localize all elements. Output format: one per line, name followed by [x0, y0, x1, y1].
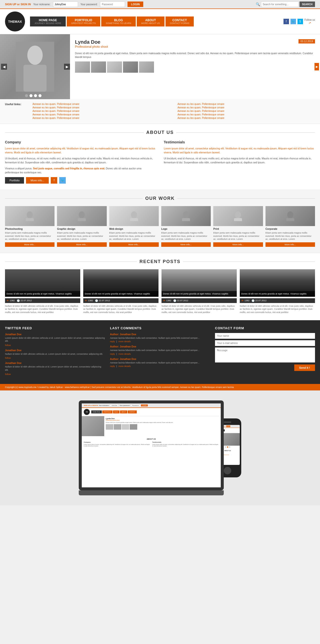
testimonials-text: Ut tincidunt, erat id rhoncus, mi sit nu… [164, 157, 315, 164]
hero-dot-1[interactable] [25, 94, 28, 97]
hero-next-outer-button[interactable]: ▶ [314, 63, 319, 70]
mini-company-heading: Company [84, 442, 150, 443]
hero-thumb-4[interactable] [123, 62, 138, 73]
facebook-icon[interactable]: f [283, 19, 289, 24]
post-views-3: 👁 1382 [241, 299, 249, 302]
hero-dot-4[interactable] [39, 94, 42, 97]
twitter-follow-1[interactable]: follow [5, 357, 11, 359]
work-web-svg [129, 211, 139, 221]
post-meta-0: 👁 1382 🕐 22.07.2012 [5, 298, 80, 303]
useful-link-1-1[interactable]: Aenean eu leo quam. Pellentesque ornare [33, 103, 170, 106]
about-us-section: ABOUT US Company Lorem ipsum dolor sit a… [0, 124, 320, 190]
useful-link-1-3[interactable]: Aenean eu leo quam. Pellentesque ornare [33, 110, 170, 112]
useful-link-2-3[interactable]: Aenean eu leo quam. Pellentesque ornare [177, 110, 315, 112]
useful-link-2-5[interactable]: Aenean eu leo quam. Pellentesque ornare [177, 117, 315, 120]
svg-point-13 [287, 211, 293, 218]
portfolio-button[interactable]: Portfolio [5, 177, 24, 184]
hero-arrow-right-button[interactable]: ▶ [64, 64, 70, 70]
work-portrait-svg [25, 211, 35, 221]
hero-thumb-2[interactable] [91, 62, 106, 73]
login-button[interactable]: LOGIN [128, 2, 143, 7]
useful-link-2-4[interactable]: Aenean eu leo quam. Pellentesque ornare [177, 113, 315, 116]
mini-thumbs [106, 424, 219, 430]
follow-area: Follow us ↗ [304, 18, 315, 25]
work-btn-4[interactable]: More info... [213, 242, 263, 247]
work-btn-1[interactable]: More info... [57, 242, 107, 247]
hero-thumb-1[interactable] [75, 62, 90, 73]
twitter-follow-2[interactable]: follow [5, 373, 11, 376]
mini-nav-blog: BLOG [113, 410, 120, 414]
hero-thumbnails [75, 62, 315, 73]
phone-home-button[interactable] [224, 467, 231, 474]
nav-item-portfolio[interactable]: PORTFOLIO GREATEST PROJECTS [67, 16, 100, 26]
nav-item-contact[interactable]: CONTACT CONTACT FORMS [165, 16, 194, 26]
twitter-feed-title: TWITTER FEED [5, 326, 105, 330]
work-item-0: Photoshooting Etiam porta sem malesuada … [5, 206, 55, 247]
clock-icon-0: 🕐 [17, 299, 20, 302]
work-btn-3[interactable]: More info... [161, 242, 211, 247]
mini-thumb-1 [106, 424, 113, 430]
work-btn-0[interactable]: More info... [5, 242, 55, 247]
nickname-input[interactable] [53, 2, 78, 7]
eye-icon-2: 👁 [163, 299, 165, 302]
svg-point-9 [183, 211, 189, 218]
comment-more-0[interactable]: more details [119, 340, 131, 343]
hero-dots [25, 94, 42, 97]
useful-link-1-5[interactable]: Aenean eu leo quam. Pellentesque ornare [33, 117, 170, 120]
about-facebook-icon[interactable]: f [51, 177, 57, 184]
useful-link-1-2[interactable]: Aenean eu leo quam. Pellentesque ornare [33, 106, 170, 109]
useful-link-2-1[interactable]: Aenean eu leo quam. Pellentesque ornare [177, 103, 315, 106]
signup-signin-link[interactable]: SIGN UP or SIGN IN [5, 3, 31, 6]
hero-thumb-3[interactable] [107, 62, 122, 73]
useful-link-2-2[interactable]: Aenean eu leo quam. Pellentesque ornare [177, 106, 315, 109]
work-item-1: Graphic design Etiam porta sem malesuada… [57, 206, 107, 247]
send-button[interactable]: Send it ! [294, 364, 315, 371]
about-twitter-icon[interactable]: 🐦 [59, 177, 66, 184]
post-date-1: 🕐 22.07.2012 [95, 299, 110, 302]
work-title-3: Logo [161, 228, 211, 230]
comment-reply-0[interactable]: reply [110, 340, 115, 343]
contact-message-textarea[interactable] [215, 348, 315, 362]
more-info-button[interactable]: More info... [26, 177, 49, 184]
work-btn-2[interactable]: More info... [109, 242, 159, 247]
comment-reply-1[interactable]: reply [110, 353, 115, 355]
comment-more-1[interactable]: more details [119, 353, 131, 355]
contact-name-input[interactable] [215, 333, 315, 339]
search-input[interactable] [261, 2, 298, 7]
mini-hero-img [82, 416, 104, 436]
comment-links-0: reply | more details [110, 340, 210, 343]
comment-reply-2[interactable]: reply [110, 365, 115, 368]
posts-grid: Donec id elit non mi porta gravida at eg… [5, 269, 315, 314]
mini-testimonials-text: Lorem ipsum dolor sit amet, consectetur … [152, 444, 219, 447]
search-button[interactable]: SEARCH [299, 2, 315, 7]
hero-arrow-left-button[interactable]: ◀ [1, 64, 7, 70]
search-icon: 🔍 [256, 2, 260, 6]
post-img-3: Donec id elit non mi porta gravida at eg… [240, 269, 315, 297]
contact-email-input[interactable] [215, 340, 315, 346]
mini-logo: TM [84, 409, 90, 415]
nav-item-blog[interactable]: BLOG SOMETHING TO LEARN [101, 16, 136, 26]
nav-item-about[interactable]: ABOUT MORE ABOUT US [137, 16, 164, 26]
comment-more-2[interactable]: more details [119, 365, 131, 368]
password-input[interactable] [100, 2, 125, 7]
mini-testimonials-col: Testimonials Lorem ipsum dolor sit amet,… [152, 442, 219, 447]
svg-rect-14 [286, 218, 294, 221]
hero-dot-2[interactable] [30, 94, 33, 97]
work-btn-5[interactable]: More info... [265, 242, 315, 247]
about-grid: Company Lorem ipsum dolor sit amet, cons… [5, 140, 315, 184]
nav-item-home[interactable]: HOME PAGE JOURNEY BEGINS HERE [30, 16, 66, 26]
hero-thumb-5[interactable] [139, 62, 154, 73]
hero-dot-3[interactable] [34, 94, 37, 97]
twitter-icon[interactable]: 🐦 [290, 19, 296, 24]
useful-link-1-4[interactable]: Aenean eu leo quam. Pellentesque ornare [33, 113, 170, 116]
contact-form-title: CONTACT FORM [215, 326, 315, 330]
skype-icon[interactable]: S [297, 19, 303, 24]
clock-icon-1: 🕐 [95, 299, 98, 302]
twitter-follow-0[interactable]: follow [5, 344, 11, 346]
main-nav: HOME PAGE JOURNEY BEGINS HERE PORTFOLIO … [30, 16, 281, 26]
mini-topbar: SIGN UP or SIGN IN Your nickname: JohnDo… [82, 404, 221, 408]
work-img-4 [213, 206, 263, 226]
post-img-1: Donec id elit non mi porta gravida at eg… [83, 269, 159, 297]
site-logo[interactable]: THEMAX [5, 12, 25, 32]
recent-posts-section: RECENT POSTS Donec id elit non mi porta … [0, 253, 320, 320]
